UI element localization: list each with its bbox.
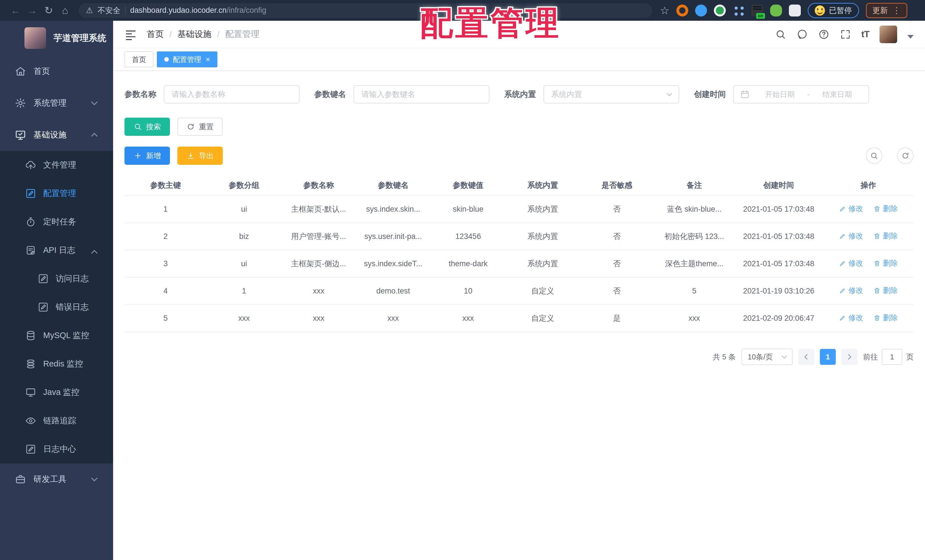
- update-label: 更新: [872, 5, 888, 16]
- edit-square-icon: [25, 188, 36, 199]
- cell: 否: [580, 196, 654, 223]
- tab-close-icon[interactable]: ×: [206, 55, 210, 64]
- delete-link[interactable]: 删除: [873, 313, 898, 323]
- cell: demo.test: [356, 277, 431, 304]
- breadcrumb-infra[interactable]: 基础设施: [177, 29, 211, 40]
- tab-home[interactable]: 首页: [125, 51, 154, 67]
- search-button[interactable]: 搜索: [125, 117, 170, 136]
- sidebar-item-label: 研发工具: [33, 474, 66, 485]
- cell: 5: [654, 277, 734, 304]
- refresh-button[interactable]: [897, 148, 914, 164]
- sidebar-item-scheduled-task[interactable]: 定时任务: [0, 208, 113, 236]
- cell: sys.index.sideT...: [356, 250, 431, 277]
- sidebar-item-infra[interactable]: 基础设施: [0, 119, 113, 151]
- extensions-puzzle-icon[interactable]: [789, 5, 801, 17]
- prev-page-button[interactable]: [798, 349, 814, 365]
- browser-forward-icon[interactable]: →: [24, 2, 40, 19]
- sidebar-logo-row[interactable]: 芋道管理系统: [0, 21, 113, 56]
- param-key-input[interactable]: [354, 85, 490, 104]
- github-icon[interactable]: [797, 29, 808, 40]
- sidebar-item-system[interactable]: 系统管理: [0, 87, 113, 119]
- user-menu-caret-icon[interactable]: [907, 35, 914, 39]
- extension-icon-orange[interactable]: [676, 5, 688, 17]
- sidebar-item-file-manage[interactable]: 文件管理: [0, 151, 113, 179]
- delete-link[interactable]: 删除: [873, 286, 898, 295]
- main-area: 首页 / 基础设施 / 配置管理 tT 首页: [113, 21, 925, 560]
- sidebar-item-label: 链路追踪: [43, 415, 76, 426]
- app-title: 芋道管理系统: [53, 32, 106, 44]
- cell: skin-blue: [431, 196, 506, 223]
- filter-form: 参数名称 参数键名 系统内置 系统内置: [125, 85, 914, 104]
- sidebar-item-label: 配置管理: [43, 188, 76, 199]
- cell: 1: [125, 196, 206, 223]
- toggle-search-button[interactable]: [866, 148, 882, 164]
- system-type-select[interactable]: 系统内置: [543, 85, 679, 104]
- reset-button[interactable]: 重置: [177, 117, 223, 136]
- goto-page-input[interactable]: [882, 349, 902, 365]
- sidebar-item-mysql-monitor[interactable]: MySQL 监控: [0, 321, 113, 350]
- extension-icon-grid[interactable]: [733, 5, 744, 17]
- sidebar-item-dev-tools[interactable]: 研发工具: [0, 464, 113, 495]
- bookmark-star-icon[interactable]: ☆: [660, 4, 669, 17]
- system-type-label: 系统内置: [504, 89, 536, 100]
- sidebar-item-label: 基础设施: [33, 129, 66, 141]
- search-icon[interactable]: [775, 29, 786, 40]
- delete-link[interactable]: 删除: [873, 204, 898, 214]
- fullscreen-icon[interactable]: [840, 29, 851, 40]
- date-range-picker[interactable]: 开始日期 - 结束日期: [733, 85, 869, 104]
- user-avatar[interactable]: [880, 26, 897, 43]
- sidebar-item-home[interactable]: 首页: [0, 56, 113, 87]
- monitor-icon: [25, 387, 36, 398]
- eye-icon: [25, 415, 36, 426]
- cell: ui: [206, 250, 282, 277]
- browser-menu-icon[interactable]: ⋮: [892, 5, 901, 15]
- breadcrumb-home[interactable]: 首页: [147, 29, 164, 40]
- delete-link[interactable]: 删除: [873, 258, 898, 268]
- next-page-button[interactable]: [841, 349, 857, 365]
- current-page-button[interactable]: 1: [820, 349, 836, 365]
- edit-link[interactable]: 修改: [839, 313, 863, 323]
- cell: 系统内置: [506, 196, 580, 223]
- browser-back-icon[interactable]: ←: [8, 2, 24, 19]
- cell: 主框架页-侧边...: [282, 250, 356, 277]
- profile-paused-pill[interactable]: 已暂停: [807, 3, 859, 18]
- font-size-icon[interactable]: tT: [861, 29, 869, 39]
- extension-icon-on-switch[interactable]: on: [751, 5, 763, 17]
- sidebar-item-java-monitor[interactable]: Java 监控: [0, 378, 113, 406]
- chevron-down-icon: [91, 475, 98, 482]
- param-name-input[interactable]: [164, 85, 300, 104]
- help-icon[interactable]: [818, 29, 830, 40]
- sidebar-item-log-center[interactable]: 日志中心: [0, 435, 113, 464]
- edit-link[interactable]: 修改: [839, 204, 863, 214]
- page-size-select[interactable]: 10条/页: [741, 349, 792, 365]
- sidebar-item-access-log[interactable]: 访问日志: [0, 265, 113, 293]
- sidebar-item-error-log[interactable]: 错误日志: [0, 293, 113, 321]
- address-bar[interactable]: ⚠ 不安全 dashboard.yudao.iocoder.cn/infra/c…: [78, 3, 652, 18]
- extension-icon-green-leaf[interactable]: [770, 5, 782, 17]
- param-key-label: 参数键名: [314, 89, 346, 100]
- sidebar-item-redis-monitor[interactable]: Redis 监控: [0, 350, 113, 378]
- param-name-label: 参数名称: [125, 89, 156, 100]
- edit-link[interactable]: 修改: [839, 231, 863, 241]
- cell: 初始化密码 123...: [654, 223, 734, 250]
- sidebar-collapse-icon[interactable]: [125, 28, 137, 41]
- edit-link[interactable]: 修改: [839, 258, 863, 268]
- export-button[interactable]: 导出: [177, 147, 223, 165]
- tab-config-manage[interactable]: 配置管理 ×: [157, 51, 217, 67]
- url-separator: [125, 6, 126, 15]
- date-range-separator: -: [805, 90, 812, 99]
- cell: 是: [580, 304, 654, 332]
- edit-link[interactable]: 修改: [839, 286, 863, 295]
- extension-icon-blue-drop[interactable]: [695, 5, 707, 17]
- sidebar-item-api-log[interactable]: API 日志: [0, 236, 113, 265]
- cloud-upload-icon: [25, 160, 36, 171]
- delete-link[interactable]: 删除: [873, 231, 898, 241]
- browser-update-button[interactable]: 更新 ⋮: [866, 3, 907, 18]
- sidebar-item-config-manage[interactable]: 配置管理: [0, 179, 113, 208]
- browser-reload-icon[interactable]: ↻: [40, 2, 57, 19]
- table-toolbar: 新增 导出: [125, 147, 914, 165]
- sidebar-item-trace[interactable]: 链路追踪: [0, 406, 113, 435]
- extension-icon-green-circle[interactable]: [714, 5, 726, 17]
- browser-home-icon[interactable]: ⌂: [57, 2, 73, 19]
- add-button[interactable]: 新增: [125, 147, 170, 165]
